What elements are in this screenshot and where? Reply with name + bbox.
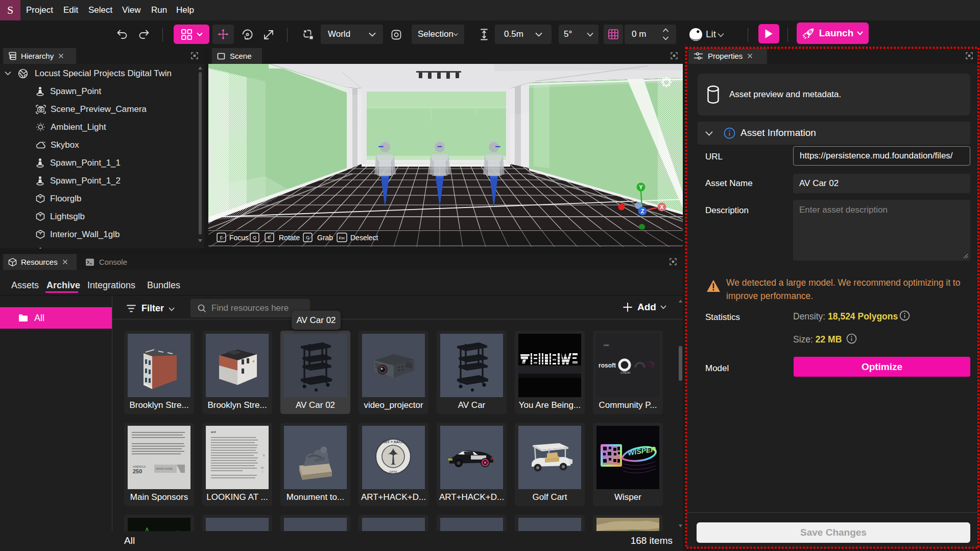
svg-text:ard: ard: [211, 430, 216, 433]
svg-text:DATA: DATA: [389, 470, 397, 473]
svg-text:Deselect: Deselect: [350, 234, 378, 242]
svg-text:E: E: [268, 235, 271, 240]
svg-text:F: F: [220, 235, 223, 240]
svg-text:MIAMI-DADE: MIAMI-DADE: [156, 467, 173, 470]
svg-text:WISPER: WISPER: [627, 445, 657, 457]
svg-text:rosoft: rosoft: [599, 362, 616, 369]
svg-text:Q: Q: [253, 235, 256, 240]
svg-text:6: 6: [263, 454, 265, 457]
svg-text:Rotate: Rotate: [279, 234, 300, 242]
svg-text:250: 250: [133, 468, 142, 474]
svg-text:Esc: Esc: [339, 236, 345, 240]
svg-text:X: X: [660, 204, 664, 210]
svg-text:G: G: [306, 235, 309, 240]
svg-text:CINEMA: CINEMA: [620, 371, 631, 374]
svg-text:Focus: Focus: [229, 234, 249, 242]
svg-text:Grab: Grab: [317, 234, 333, 242]
svg-text:Z: Z: [641, 208, 644, 214]
svg-text:Mi: Mi: [261, 466, 264, 469]
svg-text:I: I: [262, 470, 262, 473]
svg-text:ART + HACK: ART + HACK: [383, 440, 404, 444]
svg-text:Y: Y: [639, 184, 643, 190]
svg-text:scan: scan: [604, 343, 609, 347]
